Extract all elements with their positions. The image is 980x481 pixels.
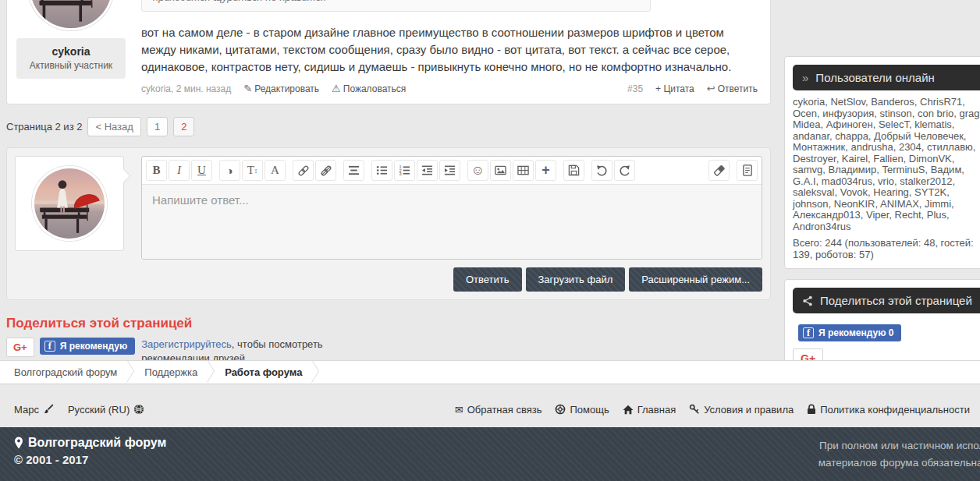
language-chooser[interactable]: Русский (RU) [68, 404, 144, 416]
footer-notice-line1: При полном или частичном использовании [740, 437, 980, 454]
facebook-recommend-button-sidebar[interactable]: f Я рекомендую 0 [798, 324, 901, 341]
insert-media-icon[interactable] [513, 160, 534, 181]
alignment-icon[interactable] [343, 160, 364, 181]
remove-formatting-icon[interactable] [708, 160, 730, 181]
font-family-icon[interactable]: A [265, 160, 286, 181]
crumb-arrow-icon [207, 359, 215, 386]
home-link[interactable]: Главная [623, 404, 676, 416]
footer-site-title: Волгоградский форум [14, 436, 166, 450]
pagination-page-2-current[interactable]: 2 [173, 117, 194, 136]
smilies-icon[interactable]: ☺ [467, 160, 488, 181]
quote-text: приходится щуриться не нравится [153, 0, 326, 3]
sidebar: » Пользователи онлайн cykoria, NetSlov, … [784, 56, 980, 374]
bold-icon[interactable]: B [146, 160, 167, 181]
crumb-arrow-icon [126, 359, 135, 386]
bbcode-editor-icon[interactable] [737, 160, 758, 181]
reply-input[interactable]: Напишите ответ... [142, 185, 762, 259]
author-info-box: cykoria Активный участник [16, 38, 126, 79]
avatar-image-bench-umbrella [34, 168, 105, 239]
breadcrumb: Волгоградский форум Поддержка Работа фор… [0, 360, 980, 384]
avatar-image-bench-umbrella [30, 0, 112, 28]
page-indicator: Страница 2 из 2 [6, 121, 82, 133]
main-column: cykoria Активный участник приходится щур… [6, 0, 771, 366]
current-user-avatar[interactable] [32, 166, 107, 241]
quote-button[interactable]: + Цитата [655, 83, 694, 94]
share-icon [802, 295, 813, 306]
reply-buttons-row: Ответить Загрузить файл Расширенный режи… [141, 267, 762, 292]
underline-icon[interactable]: U [191, 160, 212, 181]
reply-editor-column: B I U ◑ T↕ A [141, 156, 762, 292]
reply-arrow-icon: ↩ [707, 83, 715, 94]
privacy-policy-link[interactable]: Политика конфиденциальности [807, 404, 970, 416]
footer-notice-line2: материалов форума обязательна активная [740, 454, 980, 472]
post-message-column: приходится щуриться не нравится вот на с… [141, 0, 758, 94]
outdent-icon[interactable] [417, 160, 438, 181]
drafts-icon[interactable] [563, 160, 584, 181]
pencil-icon: ✎ [243, 83, 252, 94]
upload-file-button[interactable]: Загрузить файл [526, 267, 626, 292]
redo-icon[interactable] [614, 160, 635, 181]
editor-toolbar: B I U ◑ T↕ A [142, 157, 762, 185]
share-page-heading: Поделиться этой страницей [6, 316, 771, 331]
report-button[interactable]: ⚠Пожаловаться [332, 83, 406, 94]
register-link[interactable]: Зарегистрируйтесь [141, 338, 232, 350]
footer-utility-row: Марс Русский (RU) ✉ Обратная связь [0, 399, 980, 419]
indent-icon[interactable] [439, 160, 460, 181]
author-avatar[interactable] [28, 0, 114, 30]
online-users-list[interactable]: cykoria, NetSlov, Banderos, ChrisR71, Oc… [793, 97, 980, 232]
envelope-icon: ✉ [455, 404, 463, 416]
post-meta-row: cykoria, 2 мин. назад ✎Редактировать ⚠По… [141, 83, 758, 94]
post-number[interactable]: #35 [627, 83, 643, 94]
lock-icon [807, 404, 816, 415]
unordered-list-icon[interactable] [371, 160, 392, 181]
double-chevron-icon: » [802, 71, 808, 84]
author-name[interactable]: cykoria [20, 45, 123, 58]
google-plus-button[interactable]: G+ [6, 338, 34, 357]
breadcrumb-current-forum[interactable]: Работа форума [225, 366, 302, 378]
post-author-column: cykoria Активный участник [16, 0, 126, 94]
submit-reply-button[interactable]: Ответить [453, 267, 522, 292]
pagination-back-button[interactable]: < Назад [87, 117, 140, 136]
map-pin-icon [14, 437, 23, 449]
forum-page: cykoria Активный участник приходится щур… [0, 0, 980, 481]
facebook-recommend-button[interactable]: f Я рекомендую [40, 338, 135, 355]
reply-avatar-box [15, 156, 124, 251]
warning-icon: ⚠ [332, 83, 341, 94]
more-options-icon[interactable]: + [535, 160, 556, 181]
breadcrumb-support[interactable]: Поддержка [144, 366, 197, 378]
unlink-icon[interactable] [315, 160, 336, 181]
author-title: Активный участник [20, 60, 123, 71]
italic-icon[interactable]: I [169, 160, 190, 181]
advanced-mode-button[interactable]: Расширенный режим... [629, 267, 762, 292]
site-footer: Волгоградский форум © 2001 - 2017 При по… [0, 427, 980, 481]
ordered-list-icon[interactable]: 123 [394, 160, 415, 181]
text-color-icon[interactable]: ◑ [219, 160, 240, 181]
contact-link[interactable]: ✉ Обратная связь [455, 404, 542, 416]
facebook-icon: f [803, 327, 814, 338]
key-icon [689, 404, 700, 415]
undo-icon[interactable] [591, 160, 612, 181]
facebook-icon: f [44, 341, 55, 352]
font-size-icon[interactable]: T↕ [242, 160, 263, 181]
insert-image-icon[interactable] [490, 160, 511, 181]
svg-text:3: 3 [399, 172, 401, 176]
breadcrumb-forum-home[interactable]: Волгоградский форум [14, 366, 117, 378]
online-users-panel: » Пользователи онлайн cykoria, NetSlov, … [784, 56, 980, 269]
online-users-total: Всего: 244 (пользователей: 48, гостей: 1… [793, 237, 980, 260]
quote-block: приходится щуриться не нравится [141, 0, 651, 12]
crumb-arrow-icon [311, 359, 320, 386]
insert-link-icon[interactable] [293, 160, 314, 181]
quick-reply: B I U ◑ T↕ A [6, 147, 771, 300]
paintbrush-icon [43, 404, 54, 415]
globe-icon [133, 404, 144, 415]
style-chooser[interactable]: Марс [14, 404, 54, 416]
help-link[interactable]: Помощь [555, 404, 609, 416]
forum-post: cykoria Активный участник приходится щур… [6, 0, 771, 104]
footer-notice: При полном или частичном использовании м… [740, 437, 980, 472]
terms-link[interactable]: Условия и правила [689, 404, 794, 416]
reply-link[interactable]: ↩Ответить [707, 83, 758, 94]
edit-button[interactable]: ✎Редактировать [243, 83, 319, 94]
pagination-page-1[interactable]: 1 [147, 117, 168, 136]
pagination: Страница 2 из 2 < Назад 1 2 [6, 117, 771, 136]
rich-text-editor: B I U ◑ T↕ A [141, 156, 762, 260]
